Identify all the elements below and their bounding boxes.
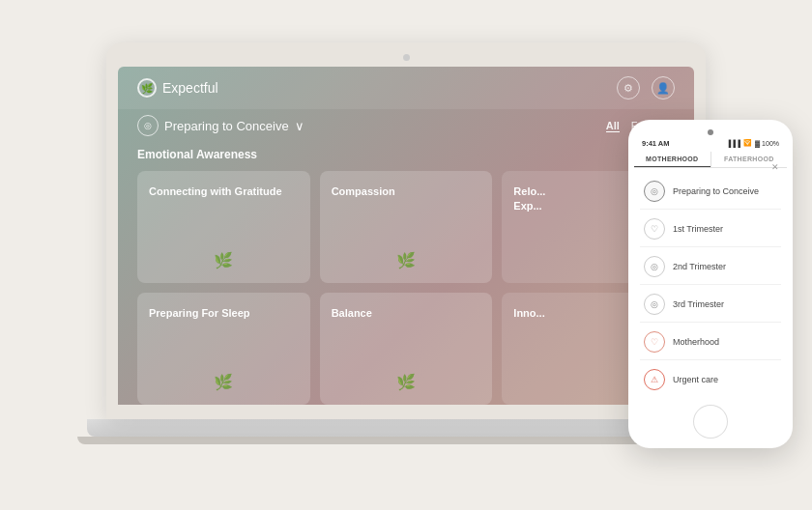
category-label: Preparing to Conceive [164, 119, 289, 133]
close-icon[interactable]: ✕ [771, 162, 779, 172]
card-lotus-icon: 🌿 [396, 251, 416, 269]
motherhood-icon: ♡ [644, 331, 665, 353]
expectful-logo-icon: 🌿 [137, 78, 157, 98]
app-logo: 🌿 Expectful [137, 78, 218, 98]
menu-label: Motherhood [673, 337, 719, 347]
profile-icon[interactable]: 👤 [652, 76, 675, 99]
phone-camera [708, 129, 713, 135]
app-container: 🌿 Expectful ⚙ 👤 ◎ Preparing to Conceive … [118, 67, 694, 405]
card-title: Balance [332, 306, 481, 321]
urgent-care-icon: ⚠ [644, 369, 665, 390]
card-lotus-icon: 🌿 [396, 373, 416, 391]
wifi-icon: 🛜 [743, 139, 752, 147]
menu-label: 2nd Trimester [673, 262, 726, 271]
app-header: 🌿 Expectful ⚙ 👤 [118, 67, 694, 109]
menu-item-2nd-trimester[interactable]: ◎ 2nd Trimester [640, 249, 781, 285]
menu-label: 3rd Trimester [673, 299, 724, 309]
card-balance[interactable]: Balance 🌿 [320, 293, 493, 405]
phone-time: 9:41 AM [642, 139, 669, 148]
card-title: Connecting with Gratitude [149, 184, 299, 199]
cards-grid: Connecting with Gratitude 🌿 Compassion 🌿… [118, 171, 694, 405]
filter-all-tab[interactable]: All [606, 120, 620, 132]
menu-item-urgent-care[interactable]: ⚠ Urgent care [640, 362, 781, 397]
menu-item-preparing[interactable]: ◎ Preparing to Conceive [640, 174, 781, 210]
preparing-icon: ◎ [644, 181, 665, 202]
2nd-trimester-icon: ◎ [644, 256, 665, 277]
header-icons: ⚙ 👤 [617, 76, 675, 99]
laptop-camera [403, 54, 410, 61]
phone-tabs: MOTHERHOOD FATHERHOOD [634, 152, 787, 168]
phone-mockup: 9:41 AM ▐▐▐ 🛜 ▓ 100% MOTHERHOOD FATHERHO… [628, 120, 793, 448]
3rd-trimester-icon: ◎ [644, 294, 665, 315]
card-lotus-icon: 🌿 [214, 251, 233, 269]
laptop-screen: 🌿 Expectful ⚙ 👤 ◎ Preparing to Conceive … [118, 67, 694, 405]
signal-icon: ▐▐▐ [726, 140, 740, 147]
menu-label: Urgent care [673, 375, 718, 384]
category-selector[interactable]: ◎ Preparing to Conceive ∨ [137, 115, 304, 136]
1st-trimester-icon: ♡ [644, 218, 665, 240]
card-connecting-gratitude[interactable]: Connecting with Gratitude 🌿 [137, 171, 310, 283]
phone-status-bar: 9:41 AM ▐▐▐ 🛜 ▓ 100% [634, 139, 787, 152]
card-title: Compassion [332, 184, 481, 199]
app-subheader: ◎ Preparing to Conceive ∨ All Favorites [118, 109, 694, 144]
battery-icon: ▓ 100% [755, 140, 779, 147]
menu-item-1st-trimester[interactable]: ♡ 1st Trimester [640, 212, 781, 247]
chevron-down-icon: ∨ [295, 119, 304, 133]
tab-motherhood[interactable]: MOTHERHOOD [634, 152, 710, 167]
menu-item-motherhood[interactable]: ♡ Motherhood [640, 325, 781, 360]
card-title: Preparing For Sleep [149, 306, 299, 321]
card-preparing-sleep[interactable]: Preparing For Sleep 🌿 [137, 293, 310, 405]
menu-label: Preparing to Conceive [673, 186, 759, 196]
section-title: Emotional Awareness [118, 144, 694, 171]
settings-icon[interactable]: ⚙ [617, 76, 640, 99]
category-icon: ◎ [137, 115, 159, 136]
card-lotus-icon: 🌿 [214, 373, 233, 391]
menu-item-3rd-trimester[interactable]: ◎ 3rd Trimester [640, 287, 781, 323]
phone-home-button[interactable] [693, 405, 728, 439]
menu-label: 1st Trimester [673, 224, 723, 234]
laptop-screen-outer: 🌿 Expectful ⚙ 👤 ◎ Preparing to Conceive … [106, 42, 706, 419]
phone-status-icons: ▐▐▐ 🛜 ▓ 100% [726, 139, 779, 147]
laptop-mockup: 🌿 Expectful ⚙ 👤 ◎ Preparing to Conceive … [77, 42, 735, 468]
app-title: Expectful [162, 80, 218, 96]
phone-menu-list: ◎ Preparing to Conceive ♡ 1st Trimester … [634, 174, 787, 397]
card-compassion[interactable]: Compassion 🌿 [320, 171, 493, 283]
